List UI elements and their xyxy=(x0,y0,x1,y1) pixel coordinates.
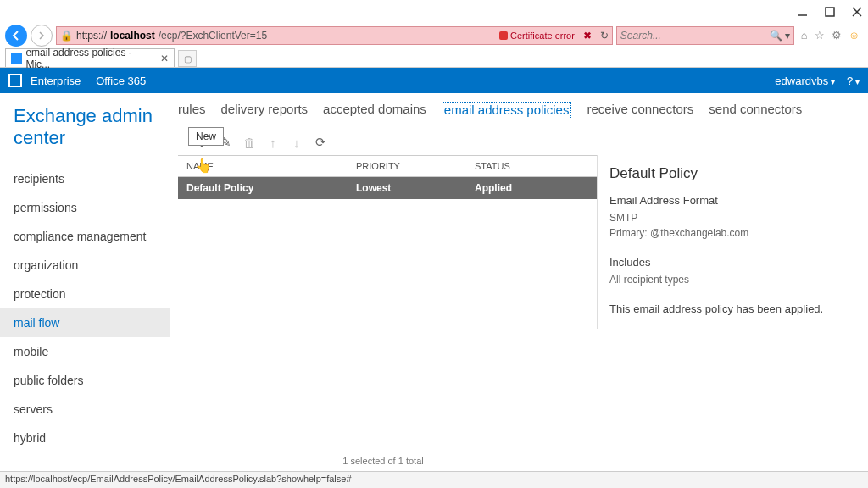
search-icon[interactable]: 🔍 ▾ xyxy=(770,30,790,42)
gear-icon[interactable]: ⚙ xyxy=(832,29,842,42)
svg-rect-1 xyxy=(826,8,834,16)
browser-toolbar: 🔒 https://localhost/ecp/?ExchClientVer=1… xyxy=(0,24,868,47)
details-pane: Default Policy Email Address Format SMTP… xyxy=(597,155,860,329)
favorites-icon[interactable]: ☆ xyxy=(815,29,825,42)
sidebar-item-servers[interactable]: servers xyxy=(14,395,156,424)
status-bar: https://localhost/ecp/EmailAddressPolicy… xyxy=(0,471,868,488)
stop-icon[interactable]: ✖ xyxy=(583,30,592,42)
main-panel: rulesdelivery reportsaccepted domainsema… xyxy=(170,93,868,471)
move-down-icon[interactable]: ↓ xyxy=(290,136,303,150)
url-proto: https:// xyxy=(76,30,107,42)
o365-header: Enterprise Office 365 edwardvbs ? xyxy=(0,68,868,93)
table-header: NAME PRIORITY STATUS xyxy=(178,155,597,177)
table-row[interactable]: Default Policy Lowest Applied xyxy=(178,177,597,199)
cell-status: Applied xyxy=(466,177,597,199)
tab-receive-connectors[interactable]: receive connectors xyxy=(587,102,693,119)
shield-icon xyxy=(499,31,508,40)
url-host: localhost xyxy=(110,30,155,42)
col-priority[interactable]: PRIORITY xyxy=(348,156,466,176)
user-menu[interactable]: edwardvbs xyxy=(775,75,835,87)
tab-send-connectors[interactable]: send connectors xyxy=(709,102,802,119)
help-menu[interactable]: ? xyxy=(847,75,860,87)
sidebar-item-compliance-management[interactable]: compliance management xyxy=(14,222,156,251)
address-bar[interactable]: 🔒 https://localhost/ecp/?ExchClientVer=1… xyxy=(56,26,613,45)
sidebar-item-mobile[interactable]: mobile xyxy=(14,337,156,366)
selection-count: 1 selected of 1 total xyxy=(170,451,597,471)
page-title: Exchange admin center xyxy=(14,105,156,149)
col-status[interactable]: STATUS xyxy=(466,156,597,176)
tab-close-icon[interactable]: ✕ xyxy=(160,53,169,64)
tab-title: email address policies - Mic... xyxy=(25,47,153,70)
cell-name: Default Policy xyxy=(178,177,348,199)
move-up-icon[interactable]: ↑ xyxy=(266,136,280,150)
tab-email-address-policies[interactable]: email address policies xyxy=(442,102,572,119)
maximize-button[interactable] xyxy=(824,6,836,18)
sidebar-item-hybrid[interactable]: hybrid xyxy=(14,424,156,452)
lock-icon: 🔒 xyxy=(60,30,73,42)
tab-accepted-domains[interactable]: accepted domains xyxy=(323,102,426,119)
delete-icon[interactable]: 🗑 xyxy=(242,136,256,150)
subnav-tabs: rulesdelivery reportsaccepted domainsema… xyxy=(178,102,860,119)
details-title: Default Policy xyxy=(609,165,848,182)
certificate-error-badge[interactable]: Certificate error xyxy=(499,30,575,41)
new-tab-button[interactable]: ▢ xyxy=(178,50,197,67)
search-box[interactable]: Search... 🔍 ▾ xyxy=(616,26,794,45)
sidebar-item-recipients[interactable]: recipients xyxy=(14,164,156,193)
primary-line: Primary: @thexchangelab.com xyxy=(609,225,848,241)
left-nav: Exchange admin center recipientspermissi… xyxy=(0,93,170,471)
includes-value: All recipient types xyxy=(609,272,848,287)
applied-msg: This email address policy has been appli… xyxy=(609,302,848,315)
home-icon[interactable]: ⌂ xyxy=(801,29,808,42)
minimize-button[interactable] xyxy=(797,6,809,18)
col-name[interactable]: NAME xyxy=(178,156,348,176)
close-button[interactable] xyxy=(851,6,863,18)
refresh-icon[interactable]: ↻ xyxy=(600,30,609,42)
browser-tabstrip: email address policies - Mic... ✕ ▢ xyxy=(0,47,868,68)
includes-label: Includes xyxy=(609,256,848,269)
sidebar-item-mail-flow[interactable]: mail flow xyxy=(0,308,170,337)
office-logo-icon xyxy=(8,74,22,87)
browser-tab[interactable]: email address policies - Mic... ✕ xyxy=(5,48,175,67)
cell-priority: Lowest xyxy=(348,177,466,199)
sidebar-item-public-folders[interactable]: public folders xyxy=(14,366,156,395)
sidebar-item-organization[interactable]: organization xyxy=(14,251,156,280)
url-path: /ecp/?ExchClientVer=15 xyxy=(159,30,267,42)
sidebar-item-permissions[interactable]: permissions xyxy=(14,193,156,222)
refresh-list-icon[interactable]: ⟳ xyxy=(314,135,327,150)
status-url: https://localhost/ecp/EmailAddressPolicy… xyxy=(5,474,352,484)
tab-rules[interactable]: rules xyxy=(178,102,206,119)
smtp-line: SMTP xyxy=(609,210,848,225)
policy-table: NAME PRIORITY STATUS Default Policy Lowe… xyxy=(178,155,597,329)
search-placeholder: Search... xyxy=(620,30,661,42)
format-label: Email Address Format xyxy=(609,194,848,207)
window-titlebar xyxy=(0,0,868,24)
sidebar-item-protection[interactable]: protection xyxy=(14,280,156,308)
emoji-icon[interactable]: ☺ xyxy=(849,29,860,42)
back-button[interactable] xyxy=(5,25,27,47)
new-tooltip: New xyxy=(188,127,224,146)
list-toolbar: ✚ ✎ 🗑 ↑ ↓ ⟳ xyxy=(178,128,860,155)
enterprise-link[interactable]: Enterprise xyxy=(31,75,81,87)
office365-link[interactable]: Office 365 xyxy=(96,75,146,87)
tab-delivery-reports[interactable]: delivery reports xyxy=(221,102,309,119)
forward-button[interactable] xyxy=(31,25,53,47)
tab-favicon xyxy=(11,53,22,64)
